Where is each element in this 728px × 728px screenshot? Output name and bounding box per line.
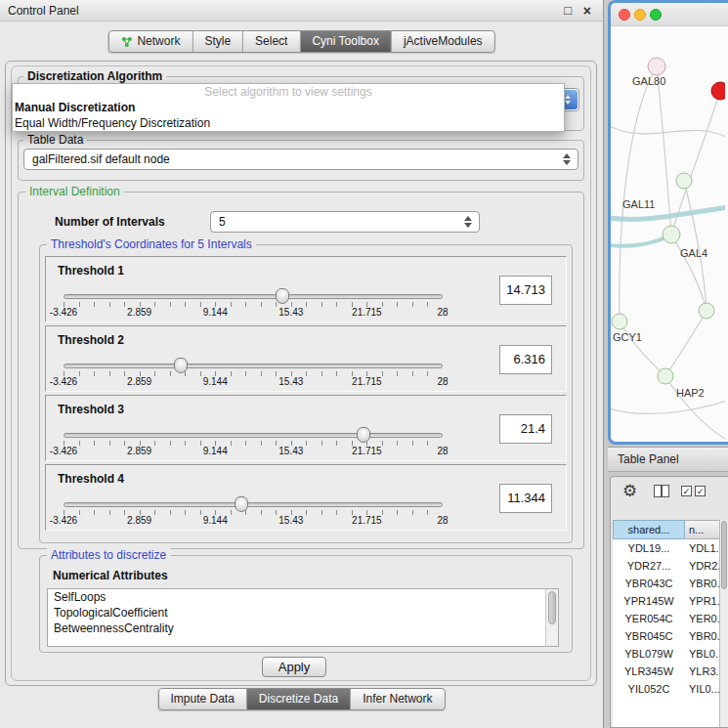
threshold-3-slider[interactable]: -3.4262.8599.14415.4321.71528 <box>64 425 443 458</box>
tab-style[interactable]: Style <box>193 31 243 52</box>
table-row[interactable]: YBR045CYBR0... <box>613 627 721 645</box>
slider-scale-label: 28 <box>437 307 448 318</box>
slider-scale-label: 28 <box>437 446 448 456</box>
tab-label: Impute Data <box>170 689 234 709</box>
tab-label: Cyni Toolbox <box>312 31 378 52</box>
table-cell[interactable]: YBR0... <box>685 627 721 645</box>
columns-icon[interactable] <box>654 485 669 497</box>
numerical-attributes-list[interactable]: SelfLoopsTopologicalCoefficientBetweenne… <box>47 588 559 647</box>
table-row[interactable]: YDR27...YDR2... <box>613 557 721 575</box>
dropdown-option-equal-width[interactable]: Equal Width/Frequency Discretization <box>13 115 564 131</box>
select-none-icon[interactable]: ✓ <box>695 486 706 496</box>
table-cell[interactable]: YLR345W <box>613 663 685 680</box>
table-cell[interactable]: YDR2... <box>685 557 721 575</box>
combobox-stepper-icon[interactable] <box>462 212 474 232</box>
float-window-icon[interactable]: □ <box>564 0 572 21</box>
table-cell[interactable]: YPR145W <box>613 592 685 610</box>
select-all-icon[interactable]: ✓ <box>681 486 692 496</box>
table-row[interactable]: YLR345WYLR3... <box>613 663 721 680</box>
node[interactable] <box>676 173 692 189</box>
threshold-1-slider[interactable]: -3.4262.8599.14415.4321.71528 <box>64 286 443 320</box>
table-row[interactable]: YBL079WYBL0... <box>613 645 721 663</box>
table-cell[interactable]: YBR043C <box>613 575 685 592</box>
column-header-name[interactable]: n... <box>685 520 721 539</box>
table-cell[interactable]: YPR1... <box>685 592 721 610</box>
tab-impute-data[interactable]: Impute Data <box>158 689 246 709</box>
table-cell[interactable]: YDL1... <box>685 539 721 557</box>
slider-track[interactable] <box>64 364 443 368</box>
slider-scale-label: 21.715 <box>352 307 382 318</box>
tab-discretize-data[interactable]: Discretize Data <box>247 689 351 709</box>
slider-thumb[interactable] <box>357 427 370 443</box>
node-gcy1[interactable] <box>612 314 627 329</box>
table-data-combobox[interactable]: galFiltered.sif default node <box>23 149 578 170</box>
mac-minimize-button[interactable] <box>634 9 646 21</box>
tab-select[interactable]: Select <box>243 31 300 52</box>
threshold-4-slider[interactable]: -3.4262.8599.14415.4321.71528 <box>64 494 443 528</box>
table-cell[interactable]: YDL19... <box>613 539 685 557</box>
table-data-value: galFiltered.sif default node <box>32 150 170 169</box>
table-scrollbar[interactable] <box>719 520 728 727</box>
slider-scale-label: 9.144 <box>203 376 228 387</box>
list-item[interactable]: TopologicalCoefficient <box>48 605 558 621</box>
node-hap2[interactable] <box>658 368 673 384</box>
dropdown-placeholder: Select algorithm to view settings <box>13 84 564 100</box>
table-cell[interactable]: YLR3... <box>685 663 721 680</box>
table-row[interactable]: YIL052CYIL0... <box>613 680 721 698</box>
threshold-2-slider[interactable]: -3.4262.8599.14415.4321.71528 <box>64 356 443 389</box>
table-row[interactable]: YPR145WYPR1... <box>613 592 721 610</box>
node-selected-red[interactable] <box>711 82 725 100</box>
gear-icon[interactable]: ⚙ <box>622 481 637 502</box>
threshold-3-value-field[interactable]: 21.4 <box>499 414 552 444</box>
dropdown-option-manual[interactable]: Manual Discretization <box>13 100 564 115</box>
table-cell[interactable]: YIL052C <box>613 680 685 698</box>
table-cell[interactable]: YBR045C <box>613 627 685 645</box>
table-cell[interactable]: YBL0... <box>685 645 721 663</box>
table-cell[interactable]: YER054C <box>613 610 685 627</box>
threshold-1-value-field[interactable]: 14.713 <box>499 276 552 305</box>
table-cell[interactable]: YIL0... <box>685 680 721 698</box>
node-gal80[interactable] <box>648 58 665 75</box>
column-header-shared-name[interactable]: shared... <box>613 520 685 539</box>
threshold-2-value-field[interactable]: 6.316 <box>499 345 552 374</box>
mac-zoom-button[interactable] <box>650 9 662 21</box>
threshold-4-value-field[interactable]: 11.344 <box>499 484 552 513</box>
slider-scale-label: 15.43 <box>278 446 303 456</box>
mac-close-button[interactable] <box>619 9 630 21</box>
slider-track[interactable] <box>64 433 443 438</box>
tab-jactivemodules[interactable]: jActiveModules <box>392 31 494 52</box>
table-cell[interactable]: YDR27... <box>613 557 685 575</box>
node[interactable] <box>699 303 714 319</box>
threshold-2-label: Threshold 2 <box>58 333 124 347</box>
slider-scale-label: 15.43 <box>278 515 303 526</box>
slider-track[interactable] <box>64 502 443 507</box>
network-canvas[interactable]: GAL80 GAL11 GAL4 GCY1 HAP2 <box>611 26 728 442</box>
scrollbar-thumb[interactable] <box>721 521 727 589</box>
list-scrollbar[interactable] <box>545 589 558 646</box>
table-panel-header: Table Panel <box>608 447 728 472</box>
slider-scale-label: 2.859 <box>127 376 151 387</box>
slider-thumb[interactable] <box>276 288 289 304</box>
bottom-tab-strip: Impute Data Discretize Data Infer Networ… <box>157 688 445 710</box>
close-icon[interactable]: × <box>583 0 591 21</box>
table-row[interactable]: YER054CYER0... <box>613 610 721 627</box>
table-cell[interactable]: YER0... <box>685 610 721 627</box>
list-item[interactable]: BetweennessCentrality <box>48 621 558 636</box>
scrollbar-thumb[interactable] <box>548 591 556 624</box>
node-gal4[interactable] <box>663 226 680 243</box>
slider-track[interactable] <box>64 294 443 299</box>
table-row[interactable]: YBR043CYBR0... <box>613 575 721 592</box>
combobox-stepper-icon[interactable] <box>561 150 573 169</box>
number-of-intervals-combobox[interactable]: 5 <box>210 211 480 233</box>
slider-scale-label: 28 <box>437 376 448 387</box>
tab-network[interactable]: Network <box>108 31 193 52</box>
table-cell[interactable]: YBL079W <box>613 645 685 663</box>
table-cell[interactable]: YBR0... <box>685 575 721 592</box>
tab-infer-network[interactable]: Infer Network <box>351 689 444 709</box>
apply-button[interactable]: Apply <box>262 657 326 677</box>
slider-thumb[interactable] <box>235 496 248 512</box>
table-row[interactable]: YDL19...YDL1... <box>613 539 721 557</box>
tab-cyni-toolbox[interactable]: Cyni Toolbox <box>300 31 391 52</box>
slider-thumb[interactable] <box>174 358 188 373</box>
list-item[interactable]: SelfLoops <box>48 589 558 605</box>
